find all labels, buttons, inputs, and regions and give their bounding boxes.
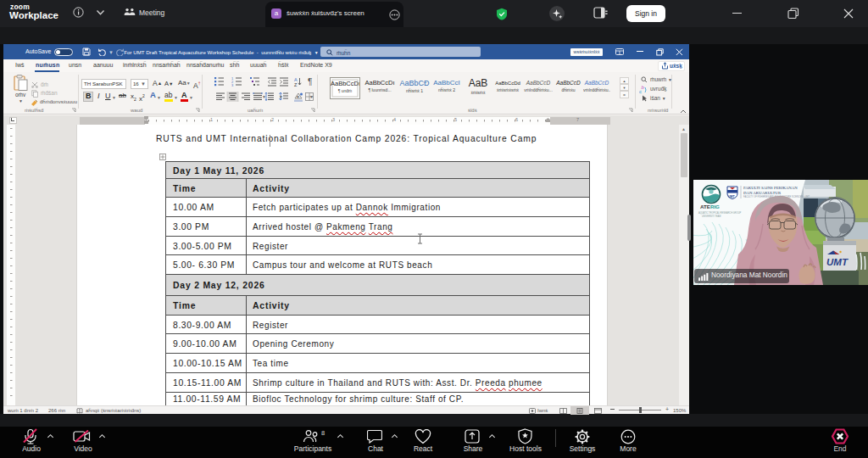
svg-text:DAN AKUAKULTUR: DAN AKUAKULTUR [743,191,782,195]
svg-text:3: 3 [231,83,234,87]
svg-text:FAKULTI SAINS PERIKANAN: FAKULTI SAINS PERIKANAN [743,186,798,190]
svg-text:UMT: UMT [826,257,849,267]
svg-text:¶: ¶ [308,77,312,87]
svg-text:c: c [639,89,642,94]
svg-text:b: b [642,85,645,90]
svg-text:AQUATIC TROPICAL RESEARCH GROU: AQUATIC TROPICAL RESEARCH GROUP [698,211,742,215]
svg-text:Z: Z [294,82,298,87]
svg-text:UMT: UMT [728,195,736,198]
svg-text:ATERIG: ATERIG [700,204,720,209]
svg-text:UNIVERSITI TEAM: UNIVERSITI TEAM [702,215,721,218]
